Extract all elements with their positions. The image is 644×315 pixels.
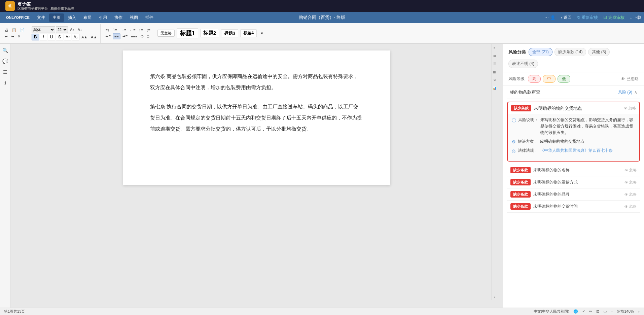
user-icon[interactable]: 👤 [550,15,556,20]
menu-plugins[interactable]: 插件 [142,13,157,22]
outdent-btn[interactable]: ←≡ [128,27,137,33]
minimize-icon[interactable]: ⋯ [544,15,549,20]
ignore-toggle[interactable]: 👁 已忽略 [621,76,639,82]
doc-tool-5[interactable]: ⇲ [492,77,497,83]
highlight-btn[interactable]: A▲ [80,34,89,40]
border-btn[interactable]: □ [145,34,150,39]
ignore-btn-4[interactable]: 👁 忽略 [624,204,637,209]
menu-layout[interactable]: 布局 [80,13,95,22]
level-high-btn[interactable]: 高 [528,75,541,83]
doc-tool-4[interactable]: ▦ [492,69,497,75]
font-size-select[interactable]: 22 [56,26,68,33]
law-link[interactable]: 《中华人民共和国民法典》第四百七十条 [540,147,613,154]
color-btn[interactable]: A▲ [90,34,98,40]
risk-detail-description: ⓘ 风险说明： 未写明标的物的交货地点，影响交货义务的履行，容易使得交货方履行困… [512,117,635,136]
bold-btn[interactable]: B [32,34,39,40]
menu-insert[interactable]: 插入 [65,13,79,22]
download-btn[interactable]: ↓ 下载 [630,15,641,21]
zoom-level: 缩放140% [617,309,634,314]
ignore-item-eye-icon: 👁 [624,106,628,110]
line-spacing-btn[interactable]: ↕≡ [138,27,144,33]
sidebar-search-icon[interactable]: 🔍 [1,46,9,55]
print-btn[interactable]: 🖨 [3,27,10,33]
doc-tool-2[interactable]: ⊞ [492,53,497,59]
italic-btn[interactable]: I [40,34,47,40]
list-btn[interactable]: ≡↓ [104,27,111,33]
font-size-up-btn[interactable]: A↑ [69,27,76,32]
numbered-list-btn[interactable]: 1≡ [111,27,118,33]
underline-btn[interactable]: U [48,34,55,40]
risk-classification-title: 风险分类 [508,49,526,55]
align-center-btn[interactable]: ≡≡ [113,33,120,39]
strikethrough-btn[interactable]: S [56,34,63,40]
undo-btn[interactable]: ↩ [3,34,9,39]
ignore-btn-1[interactable]: 👁 忽略 [624,168,637,173]
print-layout-icon[interactable]: ▭ [603,309,607,314]
align-right-btn[interactable]: ➡≡ [121,33,129,39]
menu-bar-right: ⋯ 👤 ‹ 返回 ↻ 重新审核 ☑ 完成审核 ↓ 下载 [544,15,641,21]
redo-btn[interactable]: ↪ [10,34,15,39]
sidebar-nav-icon[interactable]: ☰ [1,68,9,76]
align-left-btn[interactable]: ⬅≡ [104,33,112,39]
re-review-btn[interactable]: ↻ 重新审核 [577,15,598,21]
ignore-btn-3[interactable]: 👁 忽略 [624,192,637,197]
para-spacing-btn[interactable]: ↨≡ [145,27,152,33]
filter-other-btn[interactable]: 其他 (3) [588,48,610,56]
ribbon-font-group: 黑体 22 A↑ A↓ B I U S A² A₂ A▲ A▲ [30,24,101,43]
align-justify-btn[interactable]: ≡≡≡ [130,34,139,39]
doc-area: ¶ 第六条 商品包装必须牢固，供方应保障商品在运输途中的安全。需方对商品包装有特… [11,44,503,308]
zoom-minus-btn[interactable]: − [611,310,613,314]
filter-missing-btn[interactable]: 缺少条款 (14) [554,48,586,56]
re-review-icon: ↻ [577,15,580,20]
sidebar-info-icon[interactable]: ℹ [1,79,9,87]
ignore-btn-2[interactable]: 👁 忽略 [624,180,637,185]
heading3-btn[interactable]: 标题3 [221,29,238,37]
menu-collaborate[interactable]: 协作 [111,13,126,22]
panel-collapse-btn[interactable]: › [494,295,495,299]
styles-expand-btn[interactable]: ▼ [259,31,265,36]
risk-item-3: 缺少条款 未明确标的物的品牌 👁 忽略 [507,188,640,201]
filter-all-btn[interactable]: 全部 (21) [529,48,552,56]
download-icon: ↓ [630,15,632,20]
document-page: 第六条 商品包装必须牢固，供方应保障商品在运输途中的安全。需方对商品包装有特殊要… [123,50,390,185]
indent-btn[interactable]: →≡ [119,27,128,33]
menu-view[interactable]: 视图 [127,13,141,22]
complete-review-btn[interactable]: ☑ 完成审核 [603,15,624,21]
clear-btn[interactable]: ✕ [16,34,22,39]
language-indicator[interactable]: 中文(中华人民共和国) [534,309,569,314]
return-btn[interactable]: ‹ 返回 [561,15,572,21]
font-size-down-btn[interactable]: A↓ [76,27,83,32]
doc-tool-3[interactable]: ☰ [492,61,497,67]
solution-label: 解决方案： [518,138,538,145]
superscript-btn[interactable]: A² [64,34,71,40]
return-icon: ‹ [561,15,562,20]
heading1-btn[interactable]: 标题1 [177,28,198,38]
subscript-btn[interactable]: A₂ [72,34,79,40]
filter-unclear-btn[interactable]: 表述不明 (4) [508,60,538,68]
copy-format-btn[interactable]: 📋 [10,27,18,33]
font-family-select[interactable]: 黑体 [32,26,55,33]
menu-home[interactable]: 主页 [49,13,64,22]
doc-tool-1[interactable]: ≡ [492,45,497,50]
sidebar-comment-icon[interactable]: 💬 [1,57,9,65]
heading2-btn[interactable]: 标题2 [200,29,219,37]
status-bar: 第1页共13页 中文(中华人民共和国) 🌐 ✓ ✏ ⊡ ▭ − 缩放140% + [0,308,644,315]
risk-title-4: 未明确标的物的交货时间 [533,204,622,209]
paste-btn[interactable]: 📄 [19,27,26,33]
level-mid-btn[interactable]: 中 [543,75,556,83]
doc-tool-6[interactable]: 📊 [492,85,497,91]
shading-btn[interactable]: ◇ [139,33,145,39]
spell-check-icon[interactable]: ✓ [582,309,585,314]
ignore-item-btn[interactable]: 👁 忽略 [624,106,636,111]
track-changes-icon[interactable]: ✏ [589,309,592,314]
heading4-btn[interactable]: 标题4 [240,29,257,37]
menu-references[interactable]: 引用 [96,13,110,22]
menu-file[interactable]: 文件 [34,13,48,22]
risk-category-header[interactable]: 标的物条款审查 风险 (9) ∧ [507,86,640,99]
view-mode-icon[interactable]: ⊡ [596,309,599,314]
law-label: 法律法规： [518,147,538,154]
level-low-btn[interactable]: 低 [558,75,570,83]
no-space-btn[interactable]: 无空格 [157,30,175,37]
doc-tool-7[interactable]: ☰ [492,94,497,99]
zoom-plus-btn[interactable]: + [638,310,640,314]
